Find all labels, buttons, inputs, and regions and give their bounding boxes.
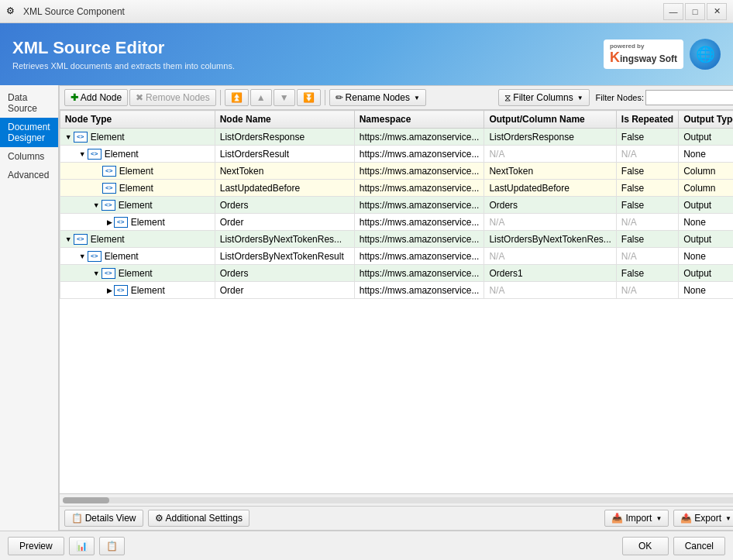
node-name-cell: ListOrdersByNextTokenResult — [215, 248, 354, 265]
output-name-cell: NextToken — [484, 163, 616, 180]
scroll-track — [63, 497, 733, 503]
node-type-label: Element — [105, 251, 139, 262]
node-type-label: Element — [91, 132, 125, 143]
node-type-label: Element — [131, 217, 165, 228]
move-down-button[interactable]: ▼ — [274, 89, 295, 106]
sidebar-item-columns[interactable]: Columns — [0, 147, 58, 166]
logo-globe: 🌐 — [690, 39, 721, 70]
nodes-table: Node Type Node Name Namespace Output/Col… — [60, 110, 733, 299]
sidebar-item-document-designer[interactable]: Document Designer — [0, 118, 58, 147]
node-name-cell: ListOrdersResult — [215, 146, 354, 163]
data-table: Node Type Node Name Namespace Output/Col… — [60, 110, 733, 493]
expand-icon[interactable]: ▼ — [79, 150, 86, 158]
table-row[interactable]: ▼<>ElementOrdershttps://mws.amazonservic… — [60, 265, 733, 282]
move-top-button[interactable]: ⏫ — [225, 89, 249, 106]
ok-button[interactable]: OK — [622, 537, 669, 555]
export-button[interactable]: 📤 Export ▼ — [673, 510, 733, 527]
move-bottom-icon: ⏬ — [303, 92, 315, 103]
horizontal-scrollbar[interactable] — [60, 493, 733, 506]
node-name-cell: Orders — [215, 197, 354, 214]
move-down-icon: ▼ — [280, 92, 289, 103]
move-up-button[interactable]: ▲ — [250, 89, 272, 106]
import-icon: 📥 — [611, 513, 623, 524]
namespace-cell: https://mws.amazonservice... — [354, 163, 484, 180]
node-type-label: Element — [119, 183, 153, 194]
node-type-cell: <>Element — [60, 180, 215, 197]
sidebar-item-data-source[interactable]: Data Source — [0, 88, 58, 118]
output-type-cell: None — [679, 214, 733, 231]
filter-icon: ⧖ — [504, 92, 511, 103]
node-type-cell: ▶<>Element — [60, 214, 215, 231]
output-type-cell: Column — [679, 163, 733, 180]
output-name-cell: Orders1 — [484, 265, 616, 282]
scroll-thumb[interactable] — [63, 497, 109, 503]
filter-nodes-input[interactable] — [645, 90, 733, 105]
close-button[interactable]: ✕ — [707, 3, 727, 20]
namespace-cell: https://mws.amazonservice... — [354, 180, 484, 197]
is-repeated-cell: N/A — [616, 214, 678, 231]
output-type-cell: Output — [679, 265, 733, 282]
additional-settings-button[interactable]: ⚙ Additional Settings — [148, 510, 249, 527]
node-name-cell: LastUpdatedBefore — [215, 180, 354, 197]
expand-icon[interactable]: ▼ — [79, 253, 86, 260]
expand-icon[interactable]: ▶ — [107, 287, 112, 294]
expand-icon[interactable]: ▼ — [93, 270, 100, 277]
table-row[interactable]: <>ElementLastUpdatedBeforehttps://mws.am… — [60, 180, 733, 197]
icon-button-1[interactable]: 📊 — [69, 537, 95, 555]
cancel-button[interactable]: Cancel — [673, 537, 725, 555]
table-row[interactable]: ▼<>ElementListOrdersResulthttps://mws.am… — [60, 146, 733, 163]
header-subtitle: Retrieves XML documents and extracts the… — [12, 61, 235, 70]
toolbar-separator-2 — [325, 90, 325, 105]
rename-nodes-button[interactable]: ✏ Rename Nodes ▼ — [329, 89, 426, 106]
output-name-cell: N/A — [484, 248, 616, 265]
node-name-cell: ListOrdersResponse — [215, 129, 354, 146]
expand-icon[interactable]: ▼ — [93, 201, 100, 209]
remove-icon: ✖ — [136, 92, 143, 103]
import-button[interactable]: 📥 Import ▼ — [604, 510, 669, 527]
expand-icon[interactable]: ▶ — [107, 218, 112, 226]
remove-nodes-button[interactable]: ✖ Remove Nodes — [129, 89, 216, 106]
table-row[interactable]: ▶<>ElementOrderhttps://mws.amazonservice… — [60, 282, 733, 299]
table-row[interactable]: ▼<>ElementListOrdersByNextTokenRes...htt… — [60, 231, 733, 248]
namespace-cell: https://mws.amazonservice... — [354, 146, 484, 163]
export-icon: 📤 — [680, 513, 692, 524]
col-namespace: Namespace — [354, 111, 484, 129]
maximize-button[interactable]: □ — [685, 3, 705, 20]
col-output-name: Output/Column Name — [484, 111, 616, 129]
filter-columns-button[interactable]: ⧖ Filter Columns ▼ — [498, 89, 589, 106]
is-repeated-cell: False — [616, 231, 678, 248]
filter-columns-arrow: ▼ — [577, 94, 583, 101]
table-row[interactable]: <>ElementNextTokenhttps://mws.amazonserv… — [60, 163, 733, 180]
is-repeated-cell: False — [616, 180, 678, 197]
title-bar: ⚙ XML Source Component — □ ✕ — [0, 0, 733, 23]
footer: Preview 📊 📋 OK Cancel — [0, 531, 733, 560]
output-type-cell: Output — [679, 129, 733, 146]
table-row[interactable]: ▼<>ElementListOrdersByNextTokenResulthtt… — [60, 248, 733, 265]
node-type-label: Element — [91, 234, 125, 245]
icon-button-2[interactable]: 📋 — [99, 537, 125, 555]
header-title: XML Source Editor — [12, 38, 235, 58]
table-row[interactable]: ▼<>ElementListOrdersResponsehttps://mws.… — [60, 129, 733, 146]
table-row[interactable]: ▼<>ElementOrdershttps://mws.amazonservic… — [60, 197, 733, 214]
col-is-repeated: Is Repeated — [616, 111, 678, 129]
output-name-cell: LastUpdatedBefore — [484, 180, 616, 197]
expand-icon[interactable]: ▼ — [65, 133, 72, 141]
expand-icon[interactable]: ▼ — [65, 235, 72, 243]
output-name-cell: Orders — [484, 197, 616, 214]
filter-nodes-label: Filter Nodes: — [596, 93, 644, 102]
main-layout: Data Source Document Designer Columns Ad… — [0, 85, 733, 531]
table-row[interactable]: ▶<>ElementOrderhttps://mws.amazonservice… — [60, 214, 733, 231]
minimize-button[interactable]: — — [663, 3, 683, 20]
preview-button[interactable]: Preview — [8, 537, 64, 555]
sidebar-item-advanced[interactable]: Advanced — [0, 166, 58, 184]
add-node-button[interactable]: ✚ Add Node — [64, 89, 128, 106]
add-icon: ✚ — [71, 92, 78, 103]
details-view-button[interactable]: 📋 Details View — [64, 510, 143, 527]
element-icon: <> — [102, 183, 116, 194]
namespace-cell: https://mws.amazonservice... — [354, 197, 484, 214]
output-type-cell: None — [679, 146, 733, 163]
move-bottom-button[interactable]: ⏬ — [297, 89, 321, 106]
node-name-cell: Orders — [215, 265, 354, 282]
output-type-cell: None — [679, 248, 733, 265]
node-type-cell: ▼<>Element — [60, 231, 215, 248]
